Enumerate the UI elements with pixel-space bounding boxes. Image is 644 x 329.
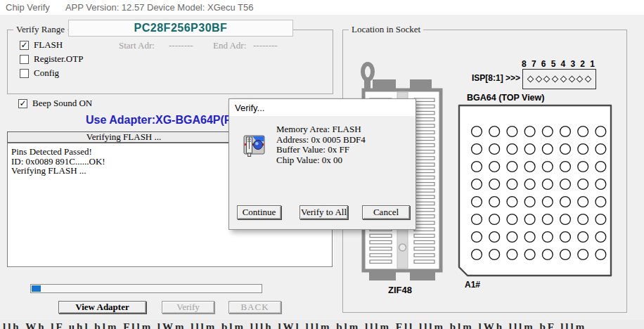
bga-ball <box>542 250 553 260</box>
isp-pin-hole <box>560 76 567 83</box>
end-adr-label: End Adr: <box>213 40 246 51</box>
socket-pin-slot <box>370 254 392 257</box>
bga-ball <box>472 162 482 172</box>
programmer-chip-icon <box>242 134 266 157</box>
isp-pin-hole <box>535 76 542 83</box>
bga-ball <box>578 144 588 155</box>
socket-pin-slot <box>414 131 434 134</box>
verify-button[interactable]: Verify <box>162 301 214 314</box>
a1-pin-label: A1# <box>465 280 480 290</box>
bga-ball <box>595 214 606 225</box>
bga-ball <box>542 232 553 243</box>
bga-ball <box>507 214 517 225</box>
bga-ball <box>595 232 606 243</box>
bga-ball <box>524 162 535 172</box>
end-adr-value: -------- <box>253 40 278 51</box>
verify-to-all-button[interactable]: Verify to All <box>300 205 348 219</box>
app-title: Chip Verify <box>6 2 50 13</box>
bga-ball <box>578 162 588 172</box>
socket-pin-slot <box>414 228 434 231</box>
cancel-button[interactable]: Cancel <box>362 205 410 219</box>
bga64-top-view-label: BGA64 (TOP View) <box>467 93 544 103</box>
bga-ball <box>542 179 553 190</box>
flash-checkbox-label: FLASH <box>34 39 63 51</box>
bga-ball <box>542 162 553 172</box>
socket-pin-slot <box>414 260 434 263</box>
bga-ball <box>489 214 500 225</box>
bga-ball <box>595 250 606 260</box>
beep-checkbox[interactable]: ✓ <box>18 99 27 108</box>
bga-ball <box>489 127 500 137</box>
isp-connector <box>522 69 596 89</box>
bga-ball <box>507 127 517 137</box>
bga-ball <box>524 144 535 155</box>
isp-pin-hole <box>527 76 534 83</box>
bga-ball <box>542 197 553 207</box>
chip-name-box: PC28F256P30BF <box>68 20 293 37</box>
location-in-socket-label: Location in Socket <box>349 24 423 35</box>
continue-button[interactable]: Continue <box>237 205 281 219</box>
bga-ball <box>507 144 517 155</box>
isp-pin-numbers: 87654321 <box>522 59 595 69</box>
bga-ball <box>472 127 482 137</box>
socket-pin-slot <box>414 157 434 160</box>
socket-pin-slot <box>414 143 434 146</box>
bga-ball <box>560 162 571 172</box>
clipped-text-row: llh Wh lF uhl blm Fllm lWm lllm blm lllh… <box>0 320 644 329</box>
socket-pin-slot <box>370 240 392 243</box>
app-window: Chip Verify APP Version: 12.57 Device Mo… <box>0 0 644 329</box>
chip-value-line: Chip Value: 0x 00 <box>276 155 366 166</box>
flash-checkbox-row: ✓ FLASH <box>20 39 63 51</box>
bga-ball <box>524 127 535 137</box>
isp-pin-number: 1 <box>590 59 595 69</box>
buffer-value-line: Buffer Value: 0x FF <box>276 145 366 155</box>
bga-ball <box>595 179 606 190</box>
bga-ball <box>578 250 588 260</box>
bga-ball <box>472 250 482 260</box>
memory-area-line: Memory Area: FLASH <box>276 124 366 135</box>
progress-bar <box>30 284 262 293</box>
isp-pin-number: 5 <box>551 59 556 69</box>
bga-ball <box>578 232 588 243</box>
socket-pin-slot <box>414 221 434 224</box>
isp-pin-number: 8 <box>522 59 527 69</box>
socket-pin-slot <box>414 254 434 257</box>
address-line: Address: 0x 0005 BDF4 <box>276 135 366 146</box>
isp-pin-number: 2 <box>580 59 585 69</box>
isp-pin-hole <box>552 76 559 83</box>
socket-pin-slot <box>414 98 434 101</box>
socket-pin-slot <box>414 118 434 121</box>
socket-pin-slot <box>414 169 434 172</box>
bga-ball <box>560 127 571 137</box>
register-otp-checkbox[interactable] <box>20 55 29 64</box>
verify-dialog-titlebar[interactable]: Verify... <box>229 99 416 116</box>
bga-ball <box>560 144 571 155</box>
register-otp-checkbox-label: Register.OTP <box>34 53 83 65</box>
view-adapter-button[interactable]: View Adapter <box>58 301 146 314</box>
bga-ball <box>595 144 606 155</box>
verify-dialog-details: Memory Area: FLASH Address: 0x 0005 BDF4… <box>276 124 366 165</box>
zif48-label: ZIF48 <box>388 285 412 295</box>
isp-pin-number: 6 <box>541 59 546 69</box>
bga-ball <box>507 232 517 243</box>
bga-ball <box>560 214 571 225</box>
bga-ball <box>524 232 535 243</box>
bga-ball <box>542 127 553 137</box>
bga-ball <box>507 197 517 207</box>
socket-pin-slot <box>414 208 434 211</box>
clipped-text: llh Wh lF uhl blm Fllm lWm lllm blm lllh… <box>3 321 586 329</box>
log-header-text: Verifying FLASH ... <box>8 132 240 142</box>
bga-ball <box>560 197 571 207</box>
back-button[interactable]: BACK <box>228 301 281 314</box>
config-checkbox[interactable] <box>20 69 29 78</box>
isp-pin-hole <box>577 76 584 83</box>
socket-pin-slot <box>414 240 434 243</box>
verify-dialog-title: Verify... <box>235 103 264 113</box>
beep-checkbox-label: Beep Sound ON <box>32 98 92 109</box>
flash-checkbox[interactable]: ✓ <box>20 41 29 50</box>
bga-ball <box>489 144 500 155</box>
bga-ball <box>542 144 553 155</box>
isp-pin-number: 7 <box>532 59 536 69</box>
bga-ball <box>489 179 500 190</box>
bga-ball <box>472 214 482 225</box>
